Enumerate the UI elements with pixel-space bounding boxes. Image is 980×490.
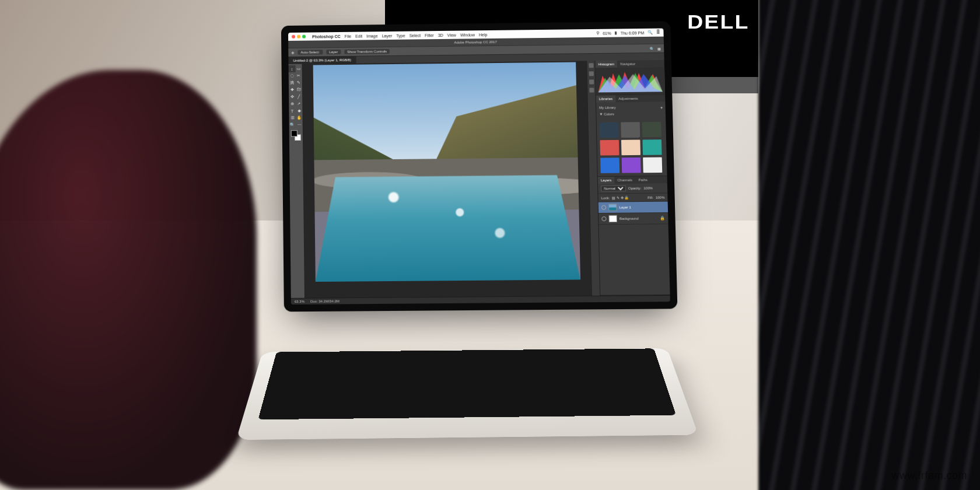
swatch-8[interactable] — [622, 158, 641, 173]
shape-tool[interactable]: ☰ — [289, 114, 296, 121]
swatch-3[interactable] — [642, 122, 662, 138]
swatch-4[interactable] — [600, 140, 619, 156]
layers-panel: Layers Channels Paths Normal Opacity: 10… — [598, 176, 670, 296]
healing-tool[interactable]: ✚ — [289, 86, 296, 93]
laptop-screen: Photoshop CC File Edit Image Layer Type … — [288, 29, 670, 304]
zoom-tool[interactable]: 🔍 — [289, 121, 296, 128]
tab-navigator[interactable]: Navigator — [617, 60, 638, 67]
menu-select[interactable]: Select — [409, 33, 421, 37]
menu-type[interactable]: Type — [396, 33, 405, 37]
path-tool[interactable]: ◆ — [296, 107, 303, 114]
monitor-brand: DELL — [687, 10, 749, 33]
panel-icon-1[interactable] — [589, 63, 593, 68]
layer-row-bg[interactable]: Background 🔒 — [598, 213, 668, 225]
tab-histogram[interactable]: Histogram — [595, 61, 617, 68]
auto-select-scope[interactable]: Layer — [326, 50, 341, 54]
libraries-panel: Libraries Adjustments My Library ▾ ▼ Col… — [596, 94, 667, 177]
menu-layer[interactable]: Layer — [382, 33, 393, 37]
person-right-braids — [758, 0, 980, 490]
menu-filter[interactable]: Filter — [425, 33, 434, 37]
dodge-tool[interactable]: ⊕ — [289, 100, 296, 107]
type-tool[interactable]: T — [289, 107, 296, 114]
swatch-2[interactable] — [621, 122, 640, 138]
battery-icon[interactable]: ▮ — [614, 30, 617, 35]
swatch-6[interactable] — [642, 139, 662, 155]
watermark: www.frfam.com — [891, 470, 967, 482]
color-swatches — [597, 119, 667, 176]
menu-image[interactable]: Image — [366, 34, 378, 38]
eyedropper-tool[interactable]: 滴 — [289, 79, 296, 86]
show-transform-toggle[interactable]: Show Transform Controls — [344, 49, 390, 54]
lock-icons[interactable]: ▧ ✎ ✥ 🔒 — [612, 195, 629, 200]
app-title: Adobe Photoshop CC 2017 — [454, 40, 497, 44]
swatch-1[interactable] — [600, 123, 619, 138]
colors-section[interactable]: ▼ Colors — [599, 112, 614, 116]
fill-value[interactable]: 100% — [656, 195, 665, 199]
pen-tool[interactable]: ↗ — [296, 100, 303, 107]
edit-toolbar[interactable]: ⋯ — [296, 121, 303, 128]
minimize-icon[interactable] — [297, 35, 300, 38]
zoom-icon[interactable] — [302, 35, 306, 38]
clone-tool[interactable]: 印 — [295, 86, 302, 93]
menu-3d[interactable]: 3D — [438, 33, 443, 37]
visibility-eye-icon[interactable] — [601, 216, 606, 221]
image-river — [314, 175, 580, 282]
wifi-icon[interactable]: ⚲ — [596, 31, 599, 36]
lock-icon: 🔒 — [660, 216, 665, 220]
zoom-level[interactable]: 63.3% — [295, 300, 304, 303]
notification-center-icon[interactable]: ≣ — [656, 30, 660, 35]
close-icon[interactable] — [292, 35, 295, 38]
foreground-background-colors[interactable] — [289, 128, 303, 142]
brush-tool[interactable]: ✎ — [295, 79, 302, 86]
menu-help[interactable]: Help — [479, 33, 488, 37]
document-canvas[interactable] — [313, 62, 580, 282]
work-zone: ↕ ▭ ◌ ✂ 滴 ✎ ✚ 印 ✜ ╱ ⊕ ↗ T ◆ ☰ ✋ 🔍 ⋯ — [289, 60, 670, 298]
menu-view[interactable]: View — [447, 33, 456, 37]
spotlight-icon[interactable]: 🔍 — [648, 30, 653, 35]
menubar-app-name[interactable]: Photoshop CC — [312, 34, 341, 38]
move-tool[interactable]: ↕ — [289, 65, 296, 72]
menu-edit[interactable]: Edit — [355, 34, 362, 38]
layer-thumb — [608, 215, 617, 222]
tab-layers[interactable]: Layers — [598, 177, 615, 184]
swatch-7[interactable] — [600, 158, 620, 173]
visibility-eye-icon[interactable] — [601, 205, 606, 210]
window-traffic-lights[interactable] — [292, 35, 306, 38]
battery-percent: 61% — [603, 31, 611, 35]
layer-name[interactable]: Layer 1 — [619, 205, 631, 209]
search-icon[interactable]: 🔍 — [650, 46, 654, 50]
gradient-tool[interactable]: ╱ — [296, 93, 303, 100]
swatch-9[interactable] — [643, 158, 662, 173]
menu-window[interactable]: Window — [460, 33, 475, 37]
move-tool-icon: ✥ — [291, 50, 294, 54]
marquee-tool[interactable]: ▭ — [295, 65, 302, 72]
menubar-clock[interactable]: Thu 6:09 PM — [621, 30, 645, 34]
doc-tab-label: Untitled-2 @ 63.3% (Layer 1, RGB/8) — [293, 58, 351, 62]
library-name[interactable]: My Library — [599, 106, 616, 110]
panel-icon-4[interactable] — [589, 88, 594, 92]
hand-tool[interactable]: ✋ — [296, 114, 303, 121]
layer-row-1[interactable]: Layer 1 — [598, 202, 668, 214]
lasso-tool[interactable]: ◌ — [289, 72, 296, 79]
tab-channels[interactable]: Channels — [614, 176, 635, 184]
eraser-tool[interactable]: ✜ — [289, 93, 296, 100]
panel-icon-2[interactable] — [589, 71, 593, 76]
layer-name[interactable]: Background — [620, 217, 639, 220]
opacity-value[interactable]: 100% — [643, 186, 653, 190]
blend-mode-select[interactable]: Normal — [601, 186, 626, 192]
tab-paths[interactable]: Paths — [635, 176, 650, 183]
canvas-area[interactable] — [303, 61, 592, 298]
fill-label: Fill: — [648, 195, 653, 199]
doc-size: Doc: 34.2M/34.2M — [310, 299, 340, 303]
swatch-5[interactable] — [621, 140, 640, 156]
lock-label: Lock: — [601, 196, 610, 200]
menu-file[interactable]: File — [345, 34, 351, 38]
panel-icon-3[interactable] — [589, 79, 593, 84]
chevron-down-icon[interactable]: ▾ — [660, 106, 662, 110]
tab-libraries[interactable]: Libraries — [596, 95, 616, 102]
histogram-graph — [596, 67, 665, 95]
crop-tool[interactable]: ✂ — [295, 72, 302, 79]
workspace-switcher[interactable]: ▦ — [657, 46, 661, 50]
foreground-color[interactable] — [291, 130, 298, 136]
tab-adjustments[interactable]: Adjustments — [615, 95, 641, 103]
